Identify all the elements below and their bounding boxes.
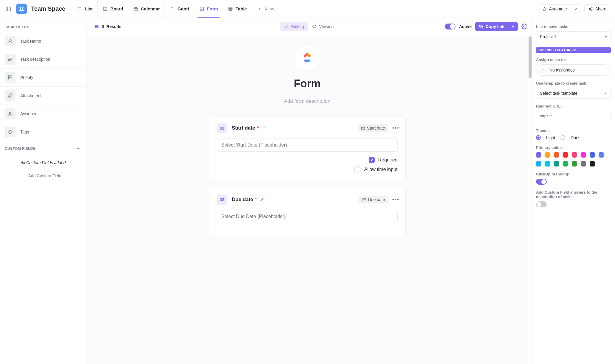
list-icon xyxy=(77,6,82,12)
custom-fields-header: CUSTOM FIELDS xyxy=(0,141,86,155)
start-date-input[interactable] xyxy=(217,139,398,152)
viewing-segment-button[interactable]: Viewing xyxy=(308,22,338,31)
color-swatch[interactable] xyxy=(572,161,577,167)
task-fields-title: TASK FIELDS xyxy=(0,21,86,32)
paperclip-icon xyxy=(5,90,16,101)
left-panel: TASK FIELDS Task Name Task description P… xyxy=(0,18,86,364)
add-custom-field-button[interactable]: + Add Custom Field xyxy=(0,170,86,181)
field-label: Assignee xyxy=(20,111,38,116)
card-menu-icon[interactable]: ••• xyxy=(392,197,398,203)
form-card-start-date[interactable]: 01 Start date * Start date ••• xyxy=(209,116,406,179)
robot-icon xyxy=(542,7,547,11)
scrollbar-thumb[interactable] xyxy=(529,36,532,78)
settings-gear-icon[interactable] xyxy=(521,24,527,29)
color-swatch[interactable] xyxy=(581,152,586,158)
pencil-icon[interactable] xyxy=(262,126,267,130)
eye-icon xyxy=(312,24,317,29)
add-cf-desc-label: Add Custom Field answers to the descript… xyxy=(536,190,611,199)
field-task-description[interactable]: Task description xyxy=(0,50,86,69)
results-button[interactable]: 0 Results xyxy=(91,22,125,31)
color-swatch[interactable] xyxy=(563,152,568,158)
color-swatch[interactable] xyxy=(545,152,550,158)
form-icon xyxy=(199,6,205,12)
field-type-chip[interactable]: Start date xyxy=(358,124,388,132)
svg-point-43 xyxy=(95,25,96,26)
copy-link-dropdown-icon[interactable] xyxy=(508,22,518,31)
field-priority[interactable]: Priority xyxy=(0,69,86,87)
field-label: Task Name xyxy=(20,39,41,43)
card-number: 02 xyxy=(217,195,227,205)
color-swatch[interactable] xyxy=(563,161,568,167)
required-label: Required xyxy=(378,157,398,163)
theme-dark-radio[interactable] xyxy=(560,135,565,140)
svg-rect-51 xyxy=(479,25,482,27)
template-select[interactable]: Select task template xyxy=(536,88,611,99)
svg-rect-50 xyxy=(480,26,483,28)
form-logo[interactable] xyxy=(294,44,321,71)
field-attachment[interactable]: Attachment xyxy=(0,87,86,105)
assign-tasks-select[interactable]: No assignees xyxy=(536,64,611,76)
tab-add-view[interactable]: View xyxy=(252,0,279,18)
view-tabs: List Board Calendar Gantt Form Table Vie… xyxy=(72,0,279,18)
svg-point-40 xyxy=(9,131,10,131)
theme-light-radio[interactable] xyxy=(536,135,541,140)
sidebar-toggle-icon[interactable] xyxy=(5,5,12,13)
field-task-name[interactable]: Task Name xyxy=(0,32,86,50)
color-swatch[interactable] xyxy=(554,152,559,158)
share-label: Share xyxy=(595,7,606,11)
form-card-due-date[interactable]: 02 Due date * Due date ••• xyxy=(209,188,406,235)
add-custom-plus-icon[interactable] xyxy=(75,145,81,152)
add-cf-desc-toggle[interactable] xyxy=(536,201,547,207)
tab-list[interactable]: List xyxy=(72,0,97,18)
color-swatch[interactable] xyxy=(536,152,541,158)
space-title[interactable]: Team Space xyxy=(31,5,65,12)
color-swatch[interactable] xyxy=(581,161,586,167)
tab-gantt[interactable]: Gantt xyxy=(165,0,194,18)
color-swatch[interactable] xyxy=(590,161,595,167)
color-swatch[interactable] xyxy=(599,152,604,158)
color-swatch[interactable] xyxy=(536,161,541,167)
editing-segment-button[interactable]: Editing xyxy=(280,22,308,31)
form-canvas[interactable]: Form Add form description 01 Start date … xyxy=(86,35,528,364)
active-toggle[interactable] xyxy=(445,24,456,29)
automate-button[interactable]: Automate xyxy=(538,4,581,13)
flag-icon xyxy=(5,72,16,83)
share-button[interactable]: Share xyxy=(584,4,610,13)
redirect-url-label: Redirect URL: xyxy=(536,104,611,108)
card-menu-icon[interactable]: ••• xyxy=(392,125,398,131)
field-type-chip[interactable]: Due date xyxy=(359,196,388,203)
chevron-down-icon xyxy=(571,7,577,11)
form-title[interactable]: Form xyxy=(294,77,321,90)
svg-rect-19 xyxy=(200,7,203,11)
copy-link-button[interactable]: Copy link xyxy=(475,22,518,31)
card-title[interactable]: Start date * xyxy=(232,125,267,131)
svg-rect-0 xyxy=(6,7,11,11)
pencil-icon[interactable] xyxy=(260,197,265,202)
color-swatch[interactable] xyxy=(545,161,550,167)
list-to-save-select[interactable]: Project 1 xyxy=(536,31,611,42)
due-date-input[interactable] xyxy=(217,210,398,223)
tab-calendar[interactable]: Calendar xyxy=(128,0,165,18)
color-swatches xyxy=(536,152,611,167)
redirect-url-input[interactable] xyxy=(536,111,611,121)
color-swatch[interactable] xyxy=(572,152,577,158)
tab-board[interactable]: Board xyxy=(97,0,128,18)
share-icon xyxy=(588,7,593,11)
tab-form[interactable]: Form xyxy=(194,0,223,18)
editing-label: Editing xyxy=(291,24,304,29)
field-tags[interactable]: Tags xyxy=(0,123,86,141)
description-icon xyxy=(5,54,16,65)
form-description[interactable]: Add form description xyxy=(284,98,331,104)
space-avatar[interactable] xyxy=(16,4,27,14)
svg-point-6 xyxy=(78,9,78,9)
allow-time-checkbox[interactable] xyxy=(354,167,360,172)
svg-point-28 xyxy=(544,7,544,7)
svg-point-29 xyxy=(543,9,544,9)
card-title[interactable]: Due date * xyxy=(232,197,265,203)
color-swatch[interactable] xyxy=(554,161,559,167)
field-assignee[interactable]: Assignee xyxy=(0,105,86,123)
branding-toggle[interactable] xyxy=(536,179,547,185)
tab-table[interactable]: Table xyxy=(223,0,252,18)
required-checkbox[interactable] xyxy=(369,157,375,163)
color-swatch[interactable] xyxy=(590,152,595,158)
